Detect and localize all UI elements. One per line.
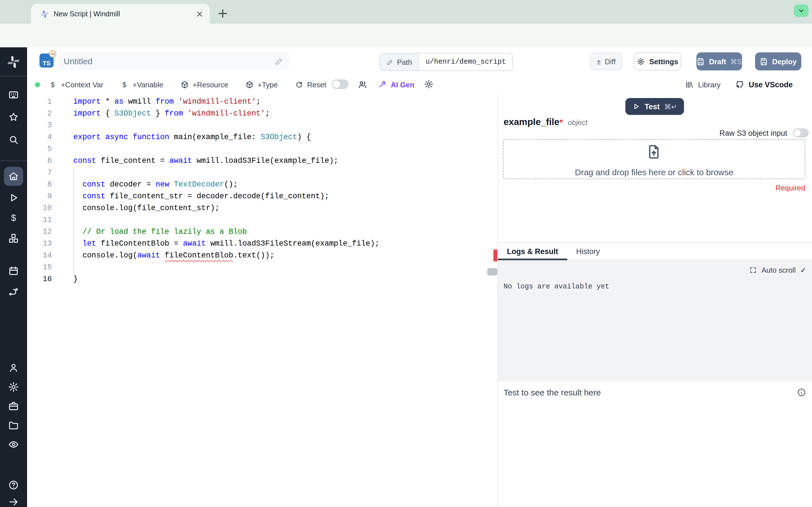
toolbar-action-variable[interactable]: $+Variable <box>120 80 163 89</box>
gear-icon <box>8 381 19 393</box>
code-line[interactable]: 16} <box>27 273 379 285</box>
browser-tab-strip: New Script | Windmill <box>0 0 812 24</box>
draft-button[interactable]: Draft ⌘S <box>696 52 742 70</box>
refresh-icon <box>295 80 303 89</box>
code-line[interactable]: 6const file_content = await wmill.loadS3… <box>27 155 379 167</box>
library-button[interactable]: Library <box>685 80 721 89</box>
code-line[interactable]: 15 <box>27 262 379 273</box>
line-number: 14 <box>27 249 52 262</box>
toolbar-action-context-var[interactable]: $+Context Var <box>49 80 103 89</box>
sidebar-item-eye[interactable] <box>4 436 23 453</box>
new-tab-icon[interactable] <box>216 7 230 20</box>
line-number: 7 <box>27 167 52 179</box>
code-line[interactable]: 9 const file_content_str = decoder.decod… <box>27 190 379 202</box>
editor-scrollbar-thumb[interactable] <box>487 268 497 276</box>
info-icon[interactable] <box>797 388 806 397</box>
app-sidebar: $ <box>0 47 27 507</box>
user-inputs-icon[interactable] <box>357 79 368 90</box>
svg-text:$: $ <box>51 80 54 88</box>
code-line[interactable]: 1import * as wmill from 'windmill-client… <box>27 96 379 108</box>
toolbar-action-label: +Type <box>258 80 278 89</box>
browser-toolbar: app.windmill.dev/scripts/add#JTdCJTIyaGF… <box>0 24 812 47</box>
code-text: import { S3Object } from 'windmill-clien… <box>52 108 270 119</box>
sidebar-item-gear[interactable] <box>4 379 23 395</box>
script-title-field[interactable]: Untitled <box>58 52 289 70</box>
dropzone-text[interactable]: Drag and drop files here or click to bro… <box>503 167 805 177</box>
check-icon: ✓ <box>800 266 806 274</box>
sidebar-item-person[interactable] <box>4 359 23 376</box>
diff-button[interactable]: ± Diff <box>590 52 622 70</box>
sidebar-item-arrow-right[interactable] <box>4 494 23 507</box>
expand-icon <box>750 267 757 274</box>
line-number: 5 <box>27 143 52 155</box>
windmill-logo-icon[interactable] <box>6 55 21 69</box>
code-line[interactable]: 2import { S3Object } from 'windmill-clie… <box>27 108 379 119</box>
toolbar-action-reset[interactable]: Reset <box>295 80 326 89</box>
sidebar-item-play[interactable] <box>4 189 23 206</box>
code-line[interactable]: 13 let fileContentBlob = await wmill.loa… <box>27 238 379 249</box>
error-overview-marker <box>493 249 497 262</box>
toolbar-action-label: +Context Var <box>61 80 103 89</box>
ai-gen-button[interactable]: AI Gen <box>378 75 414 94</box>
sidebar-item-help-circle[interactable] <box>4 476 23 494</box>
github-icon <box>735 80 744 89</box>
use-vscode-button[interactable]: Use VScode <box>735 80 793 89</box>
line-number: 2 <box>27 108 52 119</box>
line-number: 1 <box>27 96 52 108</box>
path-value[interactable]: u/henri/demo_script <box>419 54 513 70</box>
code-line[interactable]: 10 console.log(file_content_str); <box>27 202 379 214</box>
sidebar-item-star[interactable] <box>4 109 23 126</box>
code-text: let fileContentBlob = await wmill.loadS3… <box>52 238 379 249</box>
code-text: const decoder = new TextDecoder(); <box>52 179 238 190</box>
test-button[interactable]: Test ⌘↵ <box>625 98 684 115</box>
code-editor[interactable]: 1import * as wmill from 'windmill-client… <box>27 95 497 507</box>
sidebar-item-calendar[interactable] <box>4 263 23 279</box>
line-number: 13 <box>27 238 52 249</box>
required-asterisk: * <box>559 117 563 127</box>
sidebar-item-boxes[interactable] <box>4 230 23 247</box>
tab-history[interactable]: History <box>567 243 609 260</box>
code-line[interactable]: 12 // Or load the file lazily as a Blob <box>27 226 379 238</box>
toolbar-action-resource[interactable]: +Resource <box>180 80 228 89</box>
test-mode-toggle[interactable] <box>332 79 349 89</box>
field-name: example_file* <box>504 117 563 127</box>
sidebar-item-dollar[interactable]: $ <box>4 210 23 226</box>
status-dot <box>35 82 40 87</box>
folder-icon <box>8 420 19 431</box>
raw-s3-toggle[interactable] <box>793 128 809 137</box>
code-line[interactable]: 7 <box>27 167 379 179</box>
code-line[interactable]: 4export async function main(example_file… <box>27 131 379 143</box>
tab-search-button[interactable] <box>794 4 809 17</box>
code-text: // Or load the file lazily as a Blob <box>52 226 247 238</box>
code-line[interactable]: 8 const decoder = new TextDecoder(); <box>27 179 379 190</box>
sidebar-item-magnifier[interactable] <box>4 131 23 148</box>
tab-close-icon[interactable] <box>195 9 204 18</box>
code-text <box>52 262 73 273</box>
save-icon <box>697 57 705 66</box>
code-text: console.log(await fileContentBlob.text()… <box>52 249 274 262</box>
deploy-button[interactable]: Deploy <box>755 52 801 70</box>
sidebar-item-briefcase[interactable] <box>4 398 23 414</box>
line-number: 4 <box>27 131 52 143</box>
browser-tab[interactable]: New Script | Windmill <box>31 4 210 24</box>
path-chip[interactable]: Path u/henri/demo_script <box>379 53 513 71</box>
toolbar-action-type[interactable]: +Type <box>245 80 278 89</box>
sidebar-item-route[interactable] <box>4 283 23 300</box>
code-line[interactable]: 11 <box>27 214 379 226</box>
tab-logs-result[interactable]: Logs & Result <box>498 243 567 260</box>
sidebar-item-folder[interactable] <box>4 417 23 434</box>
code-line[interactable]: 3 <box>27 119 379 131</box>
code-line[interactable]: 14 console.log(await fileContentBlob.tex… <box>27 249 379 262</box>
auto-scroll-control[interactable]: Auto scroll ✓ <box>750 266 806 274</box>
line-number: 6 <box>27 155 52 167</box>
line-number: 15 <box>27 262 52 273</box>
help-circle-icon <box>8 480 19 491</box>
settings-button[interactable]: Settings <box>634 52 681 70</box>
logs-empty-text: No logs are available yet <box>504 283 609 291</box>
editor-settings-gear-icon[interactable] <box>424 79 434 89</box>
sidebar-item-home[interactable] <box>4 167 23 186</box>
bun-runtime-badge-icon[interactable] <box>49 50 56 57</box>
sidebar-item-buildings[interactable] <box>4 86 23 103</box>
edit-title-pencil-icon[interactable] <box>274 57 284 66</box>
code-line[interactable]: 5 <box>27 143 379 155</box>
